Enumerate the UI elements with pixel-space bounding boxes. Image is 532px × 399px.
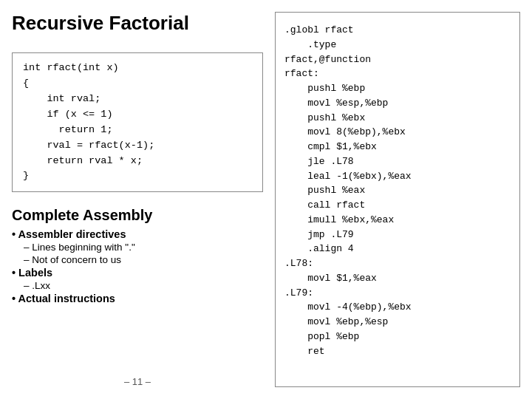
- page: Recursive Factorial int rfact(int x) { i…: [0, 0, 532, 399]
- bullet-lxx: – .Lxx: [12, 280, 263, 291]
- bullet-labels: • Labels: [12, 267, 263, 279]
- code-line-2: {: [23, 78, 29, 89]
- right-panel: .globl rfact .type rfact,@function rfact…: [275, 12, 520, 387]
- page-number: – 11 –: [12, 370, 263, 387]
- code-box: int rfact(int x) { int rval; if (x <= 1)…: [12, 52, 263, 192]
- bullet-actual-instructions: • Actual instructions: [12, 293, 263, 304]
- assembly-section: Complete Assembly • Assembler directives…: [12, 207, 263, 306]
- bullet-assembler-directives: • Assembler directives: [12, 228, 263, 240]
- asm-code: .globl rfact .type rfact,@function rfact…: [284, 18, 511, 358]
- bullet-lines-beginning: – Lines beginning with ".": [12, 242, 263, 253]
- left-panel: Recursive Factorial int rfact(int x) { i…: [12, 12, 263, 387]
- code-line-1: int rfact(int x): [23, 62, 119, 73]
- bullet-list: • Assembler directives – Lines beginning…: [12, 228, 263, 304]
- asm-box: .globl rfact .type rfact,@function rfact…: [275, 12, 520, 387]
- code-line-4: if (x <= 1): [23, 109, 113, 120]
- bullet-not-of-concern: – Not of concern to us: [12, 254, 263, 265]
- code-line-3: int rval;: [23, 93, 100, 104]
- code-line-5: return 1;: [23, 124, 113, 135]
- code-line-7: return rval * x;: [23, 155, 143, 166]
- code-line-6: rval = rfact(x-1);: [23, 140, 154, 151]
- page-title: Recursive Factorial: [12, 12, 263, 35]
- code-line-8: }: [23, 170, 29, 181]
- assembly-title: Complete Assembly: [12, 207, 263, 224]
